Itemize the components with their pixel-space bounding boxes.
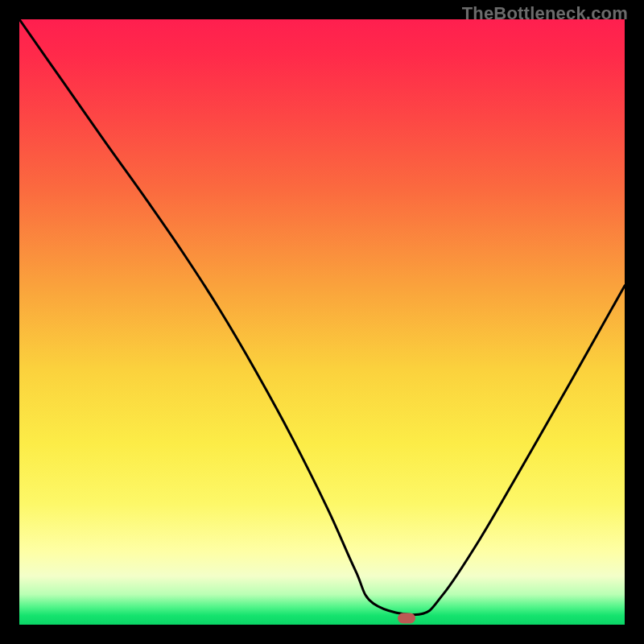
curve-path xyxy=(19,19,625,615)
bottleneck-curve xyxy=(19,19,625,625)
chart-frame: TheBottleneck.com xyxy=(0,0,644,644)
plot-area xyxy=(19,19,625,625)
valley-marker xyxy=(398,613,415,624)
watermark-text: TheBottleneck.com xyxy=(462,3,628,24)
